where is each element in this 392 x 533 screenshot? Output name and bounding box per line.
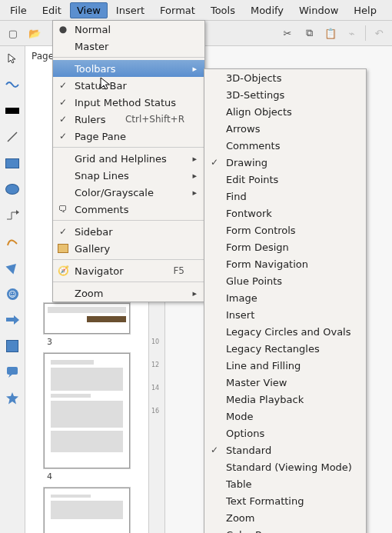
view-menu-zoom[interactable]: Zoom▸ [53,285,204,301]
toolbars-legacy-rectangles[interactable]: Legacy Rectangles [204,340,366,357]
toolbars-glue-points[interactable]: Glue Points [204,272,366,289]
view-menu-grid-and-helplines[interactable]: Grid and Helplines▸ [53,150,204,167]
symbol-shapes-tool[interactable]: ☺ [5,286,20,301]
toolbars--d-settings[interactable]: 3D-Settings [204,86,366,103]
check-icon: ✓ [56,97,70,108]
block-arrows-tool[interactable] [5,312,20,328]
toolbars-mode[interactable]: Mode [204,408,366,425]
submenu-arrow-icon: ▸ [189,64,197,74]
star-tool[interactable] [5,391,20,406]
toolbars-find[interactable]: Find [204,188,366,205]
menu-modify[interactable]: Modify [244,2,291,18]
menu-item-label: Input Method Status [75,97,184,108]
view-menu-navigator[interactable]: 🧭NavigatorF5 [53,262,204,279]
callout-tool[interactable] [5,365,20,380]
menu-format[interactable]: Format [153,2,202,18]
menu-insert[interactable]: Insert [109,2,151,18]
menu-window[interactable]: Window [292,2,345,18]
toolbars-form-navigation[interactable]: Form Navigation [204,255,366,272]
page-thumb-3[interactable] [44,353,130,468]
view-menu: ●NormalMasterToolbars▸✓Status Bar✓Input … [52,20,205,302]
menu-accel: Ctrl+Shift+R [118,114,184,125]
menu-item-label: Snap Lines [75,170,184,182]
menu-item-label: Table [226,478,358,490]
toolbars-media-playback[interactable]: Media Playback [204,391,366,408]
fill-color-tool[interactable] [5,103,20,118]
menu-item-label: Status Bar [75,80,184,92]
toolbars-legacy-circles-and-ovals[interactable]: Legacy Circles and Ovals [204,323,366,340]
connector-tool[interactable] [5,208,20,223]
menu-item-label: Form Controls [226,225,358,236]
menu-item-label: Normal [75,24,184,35]
view-menu-toolbars[interactable]: Toolbars▸ [53,60,204,77]
open-button[interactable]: 📂 [26,25,43,42]
basic-shapes-tool[interactable] [5,260,20,275]
curve-tool[interactable] [5,234,20,249]
check-icon: ✓ [56,80,70,91]
submenu-arrow-icon: ▸ [189,288,197,298]
menu-item-label: Navigator [75,265,161,277]
view-menu-snap-lines[interactable]: Snap Lines▸ [53,167,204,184]
menu-item-label: Sidebar [75,226,184,238]
toolbars-form-design[interactable]: Form Design [204,238,366,255]
view-menu-master[interactable]: Master [53,38,204,55]
menu-item-label: Mode [226,411,358,422]
toolbars-form-controls[interactable]: Form Controls [204,222,366,238]
menu-item-label: Form Navigation [226,258,358,270]
cut-button[interactable]: ✂ [279,25,296,42]
rectangle-tool[interactable] [5,155,20,171]
view-menu-normal[interactable]: ●Normal [53,21,204,38]
menubar: File Edit View Insert Format Tools Modif… [0,0,392,21]
page-thumb-4[interactable] [44,488,130,533]
toolbars-drawing[interactable]: ✓Drawing [204,154,366,171]
check-icon: ✓ [56,131,70,142]
new-doc-button[interactable]: ▢ [5,25,22,42]
toolbars-standard-viewing-mode-[interactable]: Standard (Viewing Mode) [204,458,366,475]
toolbars-color-bar[interactable]: Color Bar [204,526,366,533]
toolbars-line-and-filling[interactable]: Line and Filling [204,357,366,374]
view-menu-color-grayscale[interactable]: Color/Grayscale▸ [53,184,204,201]
menu-item-label: Find [226,191,358,202]
toolbars-standard[interactable]: ✓Standard [204,441,366,458]
toolbars-zoom[interactable]: Zoom [204,509,366,526]
view-menu-page-pane[interactable]: ✓Page Pane [53,128,204,145]
menu-tools[interactable]: Tools [204,2,242,18]
paste-button[interactable]: 📋 [322,25,339,42]
view-menu-input-method-status[interactable]: ✓Input Method Status [53,94,204,111]
copy-button[interactable]: ⧉ [301,25,317,42]
select-tool[interactable] [5,51,20,66]
undo-button[interactable]: ↶ [370,25,387,42]
toolbars-arrows[interactable]: Arrows [204,120,366,137]
toolbars-table[interactable]: Table [204,475,366,492]
menu-accel: F5 [165,265,184,276]
line-color-tool[interactable] [5,77,20,92]
radio-icon: ● [56,24,70,35]
check-icon: ✓ [208,445,221,455]
menu-edit[interactable]: Edit [35,2,68,18]
toolbars-master-view[interactable]: Master View [204,374,366,391]
menu-file[interactable]: File [3,2,34,18]
view-menu-rulers[interactable]: ✓RulersCtrl+Shift+R [53,111,204,128]
toolbars-image[interactable]: Image [204,289,366,306]
toolbars-options[interactable]: Options [204,425,366,441]
line-tool[interactable] [5,129,20,145]
view-menu-gallery[interactable]: Gallery [53,240,204,257]
toolbars-fontwork[interactable]: Fontwork [204,205,366,222]
menu-item-label: Edit Points [226,174,358,185]
toolbars-text-formatting[interactable]: Text Formatting [204,492,366,509]
toolbars-align-objects[interactable]: Align Objects [204,103,366,120]
view-menu-comments[interactable]: 🗨Comments [53,201,204,218]
menu-view[interactable]: View [70,2,108,18]
menu-help[interactable]: Help [347,2,384,18]
view-menu-status-bar[interactable]: ✓Status Bar [53,77,204,94]
toolbars--d-objects[interactable]: 3D-Objects [204,69,366,86]
toolbars-insert[interactable]: Insert [204,306,366,323]
view-menu-sidebar[interactable]: ✓Sidebar [53,223,204,240]
toolbars-comments[interactable]: Comments [204,137,366,154]
clone-format-button[interactable]: ⌁ [344,25,360,42]
flowchart-tool[interactable] [5,338,20,354]
toolbars-edit-points[interactable]: Edit Points [204,171,366,188]
ellipse-tool[interactable] [5,182,20,197]
menu-item-label: Rulers [75,114,113,125]
page-thumb-2[interactable] [44,303,130,334]
